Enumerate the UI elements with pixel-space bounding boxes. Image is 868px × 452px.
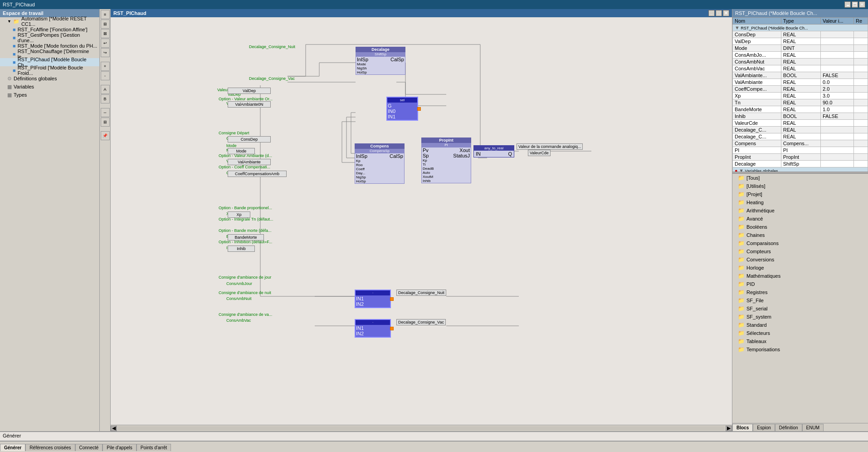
- table-row[interactable]: ValeurCdeREAL: [733, 120, 868, 127]
- table-row[interactable]: ConsAmbJo...REAL: [733, 52, 868, 59]
- table-row[interactable]: ValDepREAL: [733, 38, 868, 45]
- tree-item-chaines[interactable]: 📁 Chaines: [732, 231, 868, 239]
- var-label-decalage-consigne-vac: Decalage_Consigne_Vac: [249, 76, 295, 81]
- tree-label-pid: PID: [746, 281, 755, 287]
- table-row[interactable]: ValAmbiante...BOOLFALSE: [733, 72, 868, 79]
- minimize-button[interactable]: 🗕: [844, 1, 851, 8]
- horizontal-scrollbar[interactable]: ◀ ▶: [111, 425, 732, 431]
- tree-label-sf-serial: SF_serial: [746, 306, 767, 311]
- folder-icon-automatism: 📁: [13, 19, 20, 25]
- tree-item-selecteurs[interactable]: 📁 Sélecteurs: [732, 329, 868, 337]
- table-row[interactable]: ConsAmbNutREAL: [733, 59, 868, 65]
- toolbar-btn-zoom-in[interactable]: +: [101, 62, 110, 71]
- canvas-close-button[interactable]: ✕: [723, 10, 729, 16]
- node-compens[interactable]: Compens CompensSp InlSpCalSp Kp Roo Coef…: [355, 143, 405, 184]
- scroll-right-button[interactable]: ▶: [726, 426, 732, 431]
- toolbar-btn-4[interactable]: ↩: [101, 39, 110, 48]
- tree-label-tableaux: Tableaux: [746, 339, 766, 344]
- table-row[interactable]: TnREAL90.0: [733, 99, 868, 106]
- table-row[interactable]: ▼ RST_PIChaud (*Modèle Boucle Ch...: [733, 25, 868, 31]
- tree-item-sf-serial[interactable]: 📁 SF_serial: [732, 305, 868, 313]
- tree-item-booleens[interactable]: 📁 Booléens: [732, 223, 868, 231]
- tree-item-sf-system[interactable]: 📁 SF_system: [732, 313, 868, 321]
- tree-item-registres[interactable]: 📁 Registres: [732, 288, 868, 296]
- sidebar-item-types[interactable]: ▦ Types: [0, 91, 99, 99]
- table-row[interactable]: BandeMorteREAL1.0: [733, 106, 868, 113]
- toolbar-btn-grid[interactable]: ⊞: [101, 118, 110, 127]
- toolbar-btn-arrows[interactable]: ↔: [101, 108, 110, 117]
- toolbar-btn-b[interactable]: B: [101, 94, 110, 103]
- close-button[interactable]: ✕: [859, 1, 865, 8]
- sidebar-label-mode: RST_Mode ['Mode fonction du PH...: [18, 43, 98, 49]
- tree-item-conversions[interactable]: 📁 Conversions: [732, 255, 868, 264]
- table-row[interactable]: ConsDepREAL: [733, 31, 868, 38]
- toolbar-btn-5[interactable]: ↪: [101, 48, 110, 57]
- tree-item-temporisations[interactable]: 📁 Temporisations: [732, 345, 868, 354]
- tab-references-croisees[interactable]: Références croisées: [25, 444, 75, 451]
- node-block-nuit[interactable]: · IN1 IN2: [355, 290, 391, 308]
- table-row[interactable]: ConsAmbVacREAL: [733, 65, 868, 72]
- sidebar-item-def-globales[interactable]: ⚙ Définitions globales: [0, 74, 99, 83]
- toolbar-btn-pin[interactable]: 📌: [101, 131, 110, 140]
- tree-item-sf-file[interactable]: 📁 SF_File: [732, 296, 868, 305]
- tree-item-utilises[interactable]: 📁 [Utilisés]: [732, 182, 868, 190]
- table-row[interactable]: XpREAL3.0: [733, 93, 868, 99]
- tree-item-standard[interactable]: 📁 Standard: [732, 321, 868, 329]
- node-any-to-real[interactable]: any_to_real INQ: [473, 145, 514, 157]
- tree-item-comparaisons[interactable]: 📁 Comparaisons: [732, 239, 868, 247]
- table-row[interactable]: Decalage_C...REAL: [733, 127, 868, 133]
- tab-generer[interactable]: Générer: [0, 444, 25, 451]
- toolbar-btn-1[interactable]: ≡: [101, 10, 110, 19]
- tab-connecte[interactable]: Connecté: [75, 444, 103, 451]
- folder-icon-standard: 📁: [738, 322, 745, 328]
- tab-pile-appels[interactable]: Pile d'appels: [102, 444, 136, 451]
- sidebar-item-automatism[interactable]: ▼ 📁 Automatism [*Modèle RESET CC1...: [0, 17, 99, 25]
- tree-item-heating[interactable]: 📁 Heating: [732, 198, 868, 206]
- toolbar-btn-3[interactable]: ⊠: [101, 29, 110, 38]
- tab-enum[interactable]: ENUM: [802, 424, 824, 431]
- toolbar-btn-2[interactable]: ⊞: [101, 20, 110, 29]
- table-row[interactable]: DecalageShiftSp: [733, 161, 868, 167]
- folder-icon-temporisations: 📁: [738, 346, 745, 353]
- tree-item-avance[interactable]: 📁 Avancé: [732, 215, 868, 223]
- box-label-decalage-consigne-vac: Decalage_Consigne_Vac: [396, 319, 446, 325]
- tree-item-tableaux[interactable]: 📁 Tableaux: [732, 337, 868, 345]
- toolbar-btn-zoom-out[interactable]: -: [101, 71, 110, 80]
- tree-item-mathematiques[interactable]: 📁 Mathématiques: [732, 272, 868, 280]
- box-xp: Xp: [228, 211, 250, 218]
- toolbar-btn-a[interactable]: A: [101, 85, 110, 94]
- folder-icon-arithmetique: 📁: [738, 207, 745, 214]
- node-block-vac[interactable]: · IN1 IN2: [355, 319, 391, 338]
- tree-item-pid[interactable]: 📁 PID: [732, 280, 868, 288]
- tree-item-arithmetique[interactable]: 📁 Arithmétique: [732, 206, 868, 215]
- tree-item-tous[interactable]: 📁 [Tous]: [732, 174, 868, 182]
- node-sel[interactable]: sel G IN0 IN1: [386, 97, 418, 121]
- tab-points-arret[interactable]: Points d'arrêt: [137, 444, 171, 451]
- table-row[interactable]: ModeDINT: [733, 45, 868, 52]
- node-decalage[interactable]: Decalage ShiftSp InlSpCalSp Mode NigSh H…: [356, 47, 405, 75]
- tree-item-horloge[interactable]: 📁 Horloge: [732, 264, 868, 272]
- canvas-max-button[interactable]: □: [716, 10, 722, 16]
- tree-item-projet[interactable]: 📁 [Projet]: [732, 190, 868, 198]
- tab-definition[interactable]: Définition: [775, 424, 802, 431]
- tab-blocs[interactable]: Blocs: [732, 424, 753, 431]
- tab-espion[interactable]: Espion: [753, 424, 775, 431]
- table-row[interactable]: CompensCompens...: [733, 140, 868, 147]
- sidebar-item-variables[interactable]: ▦ Variables: [0, 83, 99, 91]
- canvas-min-button[interactable]: _: [708, 10, 715, 16]
- table-row[interactable]: ● ▼ Variables globales: [733, 167, 868, 172]
- sidebar-item-rst-gestpompes[interactable]: ■ RST_GestPompes ['Gestion d'une...: [0, 34, 99, 42]
- scroll-left-button[interactable]: ◀: [111, 426, 117, 431]
- sidebar-item-rst-pifroid[interactable]: ■ RST_PIFroid ['Modèle Boucle Froid...: [0, 66, 99, 74]
- var-label-consigne-ambiance-vac: Consigne d'ambiance de va...: [219, 312, 272, 317]
- table-row[interactable]: ValAmbianteREAL0.0: [733, 79, 868, 86]
- table-row[interactable]: PIPI: [733, 147, 868, 154]
- table-row[interactable]: InhibBOOLFALSE: [733, 113, 868, 120]
- maximize-button[interactable]: 🗖: [852, 1, 858, 8]
- tree-item-compteurs[interactable]: 📁 Compteurs: [732, 247, 868, 255]
- table-row[interactable]: Decalage_C...REAL: [733, 133, 868, 140]
- table-row[interactable]: PropIntPropInt: [733, 154, 868, 161]
- scroll-track[interactable]: [118, 426, 725, 431]
- table-row[interactable]: CoeffCompe...REAL2.0: [733, 86, 868, 93]
- node-propint[interactable]: PropInt PI PvXout SpStatusJ Kp Ti DeadB …: [421, 138, 471, 183]
